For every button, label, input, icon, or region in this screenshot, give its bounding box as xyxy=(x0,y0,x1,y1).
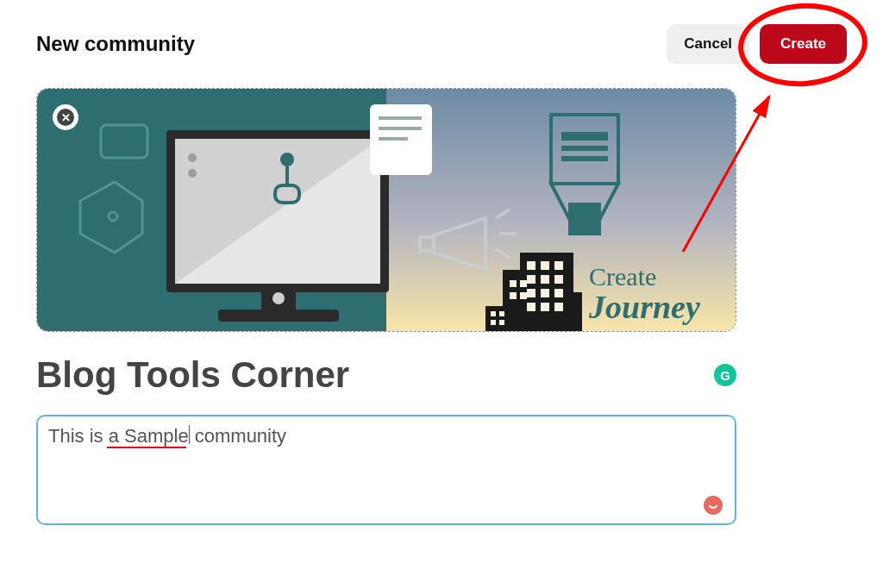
cover-image[interactable]: Create Journey ✕ xyxy=(36,88,736,332)
svg-rect-38 xyxy=(527,289,535,297)
remove-cover-button[interactable]: ✕ xyxy=(53,104,78,130)
page-title: New community xyxy=(36,32,195,56)
close-icon: ✕ xyxy=(57,109,74,126)
svg-rect-39 xyxy=(541,289,549,297)
svg-rect-26 xyxy=(561,156,608,161)
svg-rect-42 xyxy=(541,303,549,311)
svg-rect-37 xyxy=(554,275,563,284)
svg-rect-35 xyxy=(527,275,535,284)
svg-rect-27 xyxy=(568,203,601,235)
svg-rect-50 xyxy=(491,320,496,325)
svg-rect-40 xyxy=(554,289,563,297)
community-description-input[interactable]: This is a Sample community xyxy=(36,415,736,525)
grammarly-indicator-icon[interactable] xyxy=(704,496,723,515)
svg-rect-25 xyxy=(561,146,608,151)
cancel-button[interactable]: Cancel xyxy=(667,24,749,64)
description-text: This is a Sample community xyxy=(48,425,286,447)
svg-rect-49 xyxy=(499,311,504,316)
header-actions: Cancel Create xyxy=(667,24,847,64)
svg-point-14 xyxy=(272,292,285,304)
cover-illustration: Create Journey xyxy=(37,89,736,331)
community-name-row: Blog Tools Corner G xyxy=(36,354,736,396)
svg-rect-48 xyxy=(491,311,496,316)
banner-caption-line1: Create xyxy=(589,262,656,291)
header: New community Cancel Create xyxy=(36,24,847,64)
svg-rect-32 xyxy=(527,261,535,270)
svg-rect-47 xyxy=(520,292,527,299)
svg-rect-33 xyxy=(541,261,549,270)
community-name-input[interactable]: Blog Tools Corner xyxy=(36,354,349,396)
create-button[interactable]: Create xyxy=(760,24,847,64)
svg-rect-45 xyxy=(520,280,527,287)
svg-point-7 xyxy=(188,153,197,162)
svg-point-9 xyxy=(280,153,294,166)
svg-rect-44 xyxy=(510,280,517,287)
svg-rect-41 xyxy=(527,303,535,311)
svg-rect-46 xyxy=(510,292,517,299)
svg-rect-24 xyxy=(561,132,608,141)
svg-rect-51 xyxy=(499,320,504,325)
svg-rect-13 xyxy=(218,310,339,322)
svg-rect-43 xyxy=(554,303,563,311)
svg-rect-34 xyxy=(554,261,563,270)
svg-rect-36 xyxy=(541,275,549,284)
spellcheck-underline xyxy=(107,447,186,448)
banner-caption-line2: Journey xyxy=(588,289,700,325)
text-cursor xyxy=(189,425,190,444)
svg-point-8 xyxy=(188,169,197,178)
grammarly-icon[interactable]: G xyxy=(714,364,736,386)
svg-rect-31 xyxy=(485,306,510,331)
